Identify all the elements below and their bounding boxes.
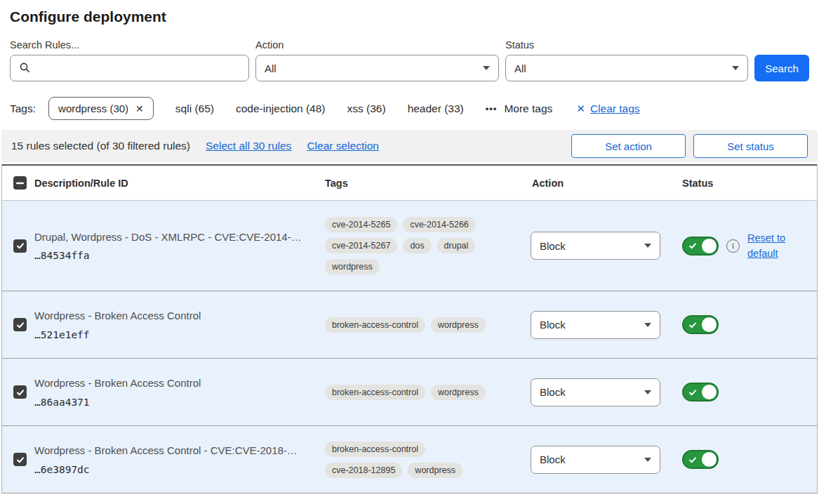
table-row: Wordpress - Broken Access Control …521e1… — [2, 291, 817, 359]
check-icon — [688, 456, 697, 464]
tag-pill: drupal — [437, 238, 476, 253]
search-field: Search Rules... — [10, 39, 249, 81]
row-action-select[interactable]: Block — [531, 232, 660, 260]
tag-pill: cve-2014-5265 — [325, 217, 397, 232]
search-icon — [19, 62, 30, 75]
info-icon: i — [726, 239, 740, 253]
tag-option[interactable]: code-injection (48) — [236, 102, 326, 115]
row-action-value: Block — [540, 319, 566, 331]
set-status-button[interactable]: Set status — [693, 134, 808, 158]
selected-tag-pill[interactable]: wordpress (30) ✕ — [48, 97, 154, 120]
tag-pill: dos — [403, 238, 431, 253]
table-header: Description/Rule ID Tags Action Status — [2, 164, 817, 201]
more-tags-button[interactable]: ••• More tags — [486, 102, 553, 115]
column-header-action: Action — [531, 178, 677, 189]
action-filter-select[interactable]: All — [255, 55, 499, 81]
selection-summary: 15 rules selected (of 30 filtered rules) — [11, 140, 190, 152]
tag-pill: wordpress — [431, 317, 486, 333]
chevron-down-icon — [644, 323, 651, 327]
tag-pill: broken-access-control — [325, 317, 425, 333]
table-row: Wordpress - Broken Access Control - CVE:… — [2, 426, 817, 493]
status-filter-label: Status — [505, 39, 748, 51]
column-header-tags: Tags — [320, 178, 531, 189]
search-button[interactable]: Search — [754, 55, 809, 81]
tags-bar: Tags: wordpress (30) ✕ sqli (65) code-in… — [10, 97, 809, 120]
tag-pill: cve-2014-5266 — [403, 217, 475, 232]
status-toggle[interactable] — [682, 383, 719, 402]
rules-table: Description/Rule ID Tags Action Status D… — [1, 164, 818, 493]
select-all-checkbox[interactable] — [13, 176, 27, 190]
rule-description: Drupal, Wordpress - DoS - XMLRPC - CVE:C… — [34, 230, 307, 244]
row-action-value: Block — [540, 240, 566, 252]
toggle-knob — [702, 452, 717, 467]
search-input[interactable] — [10, 55, 249, 81]
check-icon — [688, 388, 697, 397]
row-checkbox[interactable] — [13, 385, 27, 399]
rule-id: …521e1eff — [34, 329, 307, 340]
clear-selection-link[interactable]: Clear selection — [307, 140, 379, 152]
rule-id: …6e3897dc — [34, 464, 307, 475]
toggle-knob — [702, 385, 717, 399]
rule-id: …84534ffa — [34, 250, 307, 261]
tag-option[interactable]: sqli (65) — [175, 102, 214, 115]
table-row: Drupal, Wordpress - DoS - XMLRPC - CVE:C… — [2, 201, 817, 291]
status-toggle[interactable] — [682, 237, 719, 256]
tags-label: Tags: — [10, 102, 36, 115]
selection-bar: 15 rules selected (of 30 filtered rules)… — [1, 130, 818, 162]
check-icon — [688, 321, 697, 329]
row-checkbox[interactable] — [13, 239, 27, 253]
filter-row: Search Rules... Action All Status All Se… — [10, 39, 809, 81]
check-icon — [688, 241, 697, 250]
table-row: Wordpress - Broken Access Control …86aa4… — [2, 359, 817, 426]
action-filter-value: All — [265, 62, 277, 74]
bulk-actions: Set action Set status — [571, 134, 808, 158]
clear-x-icon: ✕ — [576, 103, 585, 114]
more-tags-label: More tags — [504, 102, 552, 115]
action-filter-field: Action All — [255, 39, 499, 81]
tag-option[interactable]: header (33) — [408, 102, 464, 115]
column-header-status: Status — [677, 178, 817, 189]
toggle-knob — [702, 239, 717, 253]
chevron-down-icon — [644, 244, 651, 248]
row-checkbox[interactable] — [13, 453, 27, 466]
select-all-link[interactable]: Select all 30 rules — [206, 140, 291, 152]
toggle-knob — [702, 317, 717, 332]
tag-pill: wordpress — [431, 385, 486, 400]
action-filter-label: Action — [255, 39, 499, 51]
status-filter-field: Status All — [505, 39, 748, 81]
configure-deployment-page: Configure deployment Search Rules... Act… — [0, 0, 819, 504]
row-action-value: Block — [540, 453, 566, 465]
row-action-value: Block — [540, 386, 566, 398]
tag-pill: broken-access-control — [325, 442, 425, 457]
rule-tags: broken-access-controlwordpress — [320, 385, 488, 400]
rule-tags: cve-2014-5265cve-2014-5266cve-2014-5267d… — [320, 217, 488, 274]
chevron-down-icon — [644, 458, 651, 462]
status-toggle[interactable] — [682, 315, 719, 334]
remove-tag-x-icon[interactable]: ✕ — [135, 104, 144, 114]
rule-description: Wordpress - Broken Access Control — [34, 309, 307, 323]
rule-description: Wordpress - Broken Access Control - CVE:… — [34, 444, 307, 458]
row-checkbox[interactable] — [13, 318, 27, 331]
chevron-down-icon — [644, 390, 651, 394]
rule-tags: broken-access-controlwordpress — [320, 317, 488, 333]
column-header-description: Description/Rule ID — [34, 178, 320, 189]
bottom-strip — [0, 493, 819, 498]
search-label: Search Rules... — [10, 39, 249, 51]
chevron-down-icon — [483, 66, 490, 70]
clear-tags-link[interactable]: Clear tags — [590, 102, 640, 115]
tag-option[interactable]: xss (36) — [347, 102, 386, 115]
ellipsis-icon: ••• — [486, 103, 498, 114]
tag-pill: cve-2018-12895 — [325, 463, 402, 478]
row-action-select[interactable]: Block — [531, 446, 660, 474]
row-action-select[interactable]: Block — [531, 378, 660, 406]
tag-pill: cve-2014-5267 — [325, 238, 397, 253]
reset-to-default-link[interactable]: Reset to default — [747, 230, 792, 262]
status-filter-select[interactable]: All — [505, 55, 748, 81]
tag-pill: wordpress — [408, 463, 462, 478]
set-action-button[interactable]: Set action — [571, 134, 686, 158]
status-toggle[interactable] — [682, 450, 719, 469]
clear-tags-button[interactable]: ✕ Clear tags — [576, 102, 639, 115]
row-action-select[interactable]: Block — [531, 311, 660, 339]
rule-id: …86aa4371 — [34, 397, 307, 408]
rule-tags: broken-access-controlcve-2018-12895wordp… — [320, 442, 488, 478]
